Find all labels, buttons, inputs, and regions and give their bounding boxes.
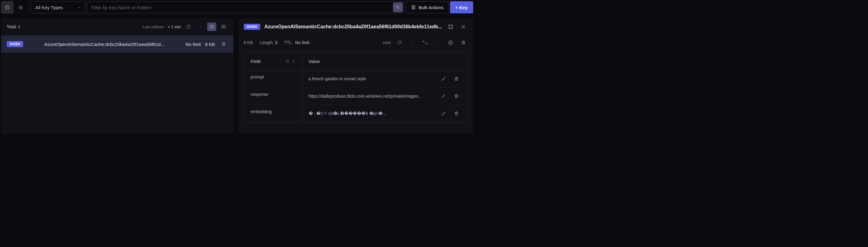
- ttl-label: TTL:: [284, 40, 293, 45]
- filter-icon: [5, 5, 10, 10]
- table-row[interactable]: embedding � ; �2 = >D�L������9 �p<�...: [244, 105, 467, 122]
- layers-icon: [18, 5, 24, 10]
- field-name: response: [244, 87, 302, 105]
- search-icon: [396, 5, 400, 10]
- key-types-dropdown[interactable]: All Key Types: [31, 1, 86, 13]
- plus-circle-icon: [448, 40, 453, 45]
- expand-button[interactable]: [446, 23, 455, 31]
- detail-title: AzureOpenAISemanticCache:dcbc25ba4a20f1a…: [265, 24, 442, 30]
- trash-icon: [461, 40, 466, 45]
- columns-button[interactable]: [219, 23, 228, 31]
- refresh-button[interactable]: [184, 23, 192, 31]
- column-field: Field: [244, 52, 302, 70]
- chevron-down-icon: [436, 41, 439, 44]
- swap-icon: [422, 40, 428, 45]
- keys-list-panel: Total: 1 Last refresh: < 1 min HASH: [1, 18, 234, 134]
- search-container: [87, 1, 404, 13]
- sort-options[interactable]: [434, 38, 442, 47]
- key-row[interactable]: HASH AzureOpenAISemanticCache:dcbc25ba4a…: [1, 36, 234, 52]
- list-icon: [209, 24, 214, 29]
- trash-icon: [454, 111, 459, 116]
- key-size: 8 KB: [205, 42, 215, 47]
- detail-refresh-options[interactable]: [408, 38, 416, 47]
- last-refresh-value: < 1 min: [168, 25, 181, 29]
- fields-table: Field Value prompt a french garden in mo…: [244, 52, 468, 122]
- add-key-button[interactable]: + Key: [450, 1, 473, 13]
- svg-rect-3: [224, 25, 225, 28]
- refresh-options-button[interactable]: [195, 23, 204, 31]
- table-row[interactable]: response https://dalleproduse.blob.core.…: [244, 87, 467, 105]
- sort-button[interactable]: [421, 38, 429, 47]
- delete-field-button[interactable]: [452, 74, 461, 83]
- close-button[interactable]: [459, 23, 468, 31]
- pencil-icon: [441, 94, 446, 99]
- expand-icon: [448, 24, 453, 30]
- delete-key-button[interactable]: [219, 40, 228, 48]
- svg-rect-2: [222, 25, 223, 28]
- add-field-button[interactable]: [446, 38, 455, 47]
- stack-icon: [411, 5, 416, 10]
- detail-refresh-button[interactable]: [395, 38, 404, 47]
- layers-icon-button[interactable]: [14, 1, 27, 13]
- trash-icon: [454, 76, 459, 81]
- length-value: 3: [275, 40, 278, 45]
- svg-point-0: [5, 5, 9, 9]
- last-refresh-label: Last refresh:: [143, 25, 164, 29]
- svg-point-1: [396, 6, 399, 8]
- delete-field-button[interactable]: [452, 92, 461, 100]
- list-view-button[interactable]: [207, 23, 216, 31]
- type-badge: HASH: [244, 24, 260, 30]
- search-button[interactable]: [393, 2, 403, 12]
- trash-icon: [454, 94, 459, 99]
- detail-size: 8 KB: [244, 40, 253, 45]
- edit-field-button[interactable]: [439, 109, 448, 118]
- columns-icon: [221, 24, 226, 29]
- search-icon[interactable]: [285, 59, 290, 64]
- ttl-value: No limit: [295, 40, 310, 45]
- resize-handle-icon[interactable]: [292, 59, 295, 64]
- bulk-actions-button[interactable]: Bulk Actions: [405, 1, 449, 13]
- chevron-down-icon: [198, 25, 202, 28]
- field-value: https://dalleproduse.blob.core.windows.n…: [309, 94, 436, 99]
- field-value: a french garden in monet style: [309, 76, 436, 81]
- table-row[interactable]: prompt a french garden in monet style: [244, 70, 467, 87]
- key-ttl: No limit: [186, 42, 201, 47]
- pencil-icon: [441, 76, 446, 81]
- close-icon: [461, 24, 466, 30]
- field-value: � ; �2 = >D�L������9 �p<�...: [309, 111, 436, 116]
- refresh-now-label: now: [383, 40, 391, 45]
- trash-icon: [221, 42, 226, 46]
- key-types-label: All Key Types: [35, 5, 63, 10]
- refresh-icon: [397, 40, 402, 45]
- column-value: Value: [302, 52, 467, 70]
- delete-field-button[interactable]: [452, 109, 461, 118]
- field-name: prompt: [244, 70, 302, 87]
- filter-icon-button[interactable]: [1, 1, 13, 13]
- refresh-icon: [186, 24, 191, 29]
- svg-point-6: [286, 60, 288, 62]
- total-label: Total: 1: [7, 24, 21, 29]
- type-badge: HASH: [7, 41, 23, 47]
- add-key-label: + Key: [456, 5, 468, 10]
- bulk-actions-label: Bulk Actions: [418, 5, 443, 10]
- key-detail-panel: HASH AzureOpenAISemanticCache:dcbc25ba4a…: [238, 18, 473, 134]
- length-label: Length:: [259, 40, 274, 45]
- pencil-icon: [441, 111, 446, 116]
- delete-detail-button[interactable]: [459, 38, 468, 47]
- search-input[interactable]: [91, 5, 393, 10]
- chevron-down-icon: [411, 41, 414, 44]
- field-name: embedding: [244, 105, 302, 122]
- edit-field-button[interactable]: [439, 92, 448, 100]
- key-name: AzureOpenAISemanticCache:dcbc25ba4a20f1a…: [27, 42, 181, 47]
- chevron-down-icon: [78, 5, 81, 9]
- edit-field-button[interactable]: [439, 74, 448, 83]
